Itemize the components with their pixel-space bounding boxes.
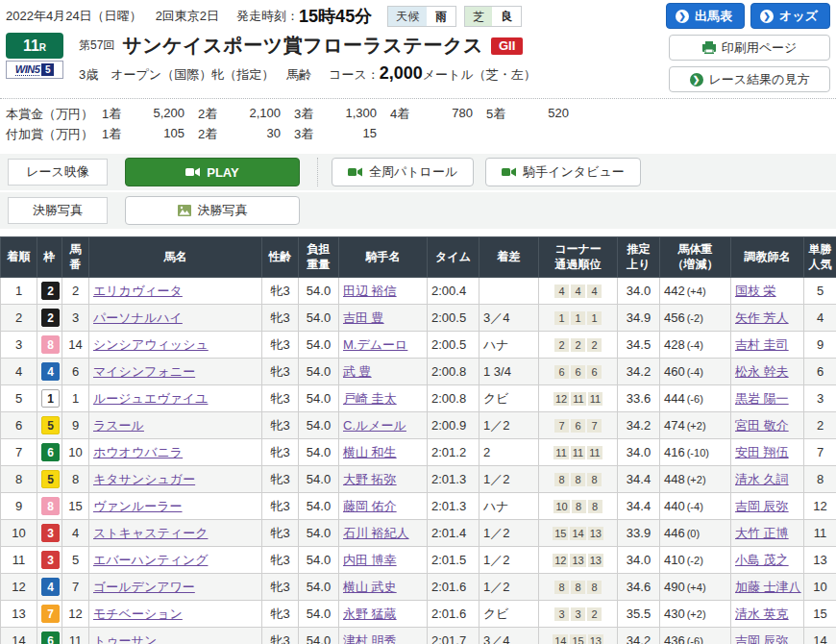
arrow-circle-icon: ❯ (760, 10, 774, 23)
jockey-name-link[interactable]: M.デムーロ (343, 337, 407, 352)
jockey-name-link[interactable]: 横山 武史 (343, 580, 397, 594)
sex-age: 牝3 (262, 332, 299, 359)
patrol-video-button[interactable]: 全周パトロール (332, 158, 474, 186)
jockey-name-link[interactable]: 石川 裕紀人 (343, 526, 409, 540)
prize-place: 5着 (486, 106, 519, 123)
trainer-name-link[interactable]: 安田 翔伍 (735, 445, 789, 459)
results-table-header: 着順枠馬番馬名性齢負担重量騎手名タイム着差コーナー通過順位推定上り馬体重（増減）… (1, 237, 836, 278)
turf-condition-badge: 芝 良 (464, 6, 522, 27)
sex-age: 牝3 (262, 493, 299, 520)
horse-name-link[interactable]: ストキャスティーク (93, 526, 208, 540)
jockey-name-link[interactable]: 津村 明秀 (343, 633, 397, 644)
finish-position: 10 (1, 520, 37, 547)
trainer-cell: 加藤 士津八 (731, 574, 804, 601)
finish-time: 2:01.3 (428, 493, 479, 520)
trainer-name-link[interactable]: 松永 幹夫 (735, 364, 789, 379)
jockey-name-link[interactable]: C.ルメール (343, 418, 406, 433)
jockey-cell: 津村 明秀 (339, 628, 428, 644)
trainer-name-link[interactable]: 黒岩 陽一 (735, 391, 789, 406)
horse-weight-value: 446 (664, 526, 685, 540)
table-row: 122エリカヴィータ牝354.0田辺 裕信2:00.444434.0442(+4… (1, 278, 836, 305)
trainer-cell: 清水 英克 (731, 601, 804, 628)
horse-name-link[interactable]: シンシアウィッシュ (93, 337, 209, 352)
horse-name-link[interactable]: ホウオウバニラ (93, 445, 183, 459)
corner-positions: 767 (539, 412, 618, 439)
trainer-name-link[interactable]: 加藤 士津八 (735, 580, 801, 594)
trainer-name-link[interactable]: 宮田 敬介 (735, 418, 789, 433)
finish-photo-button[interactable]: 決勝写真 (125, 196, 300, 225)
finish-time: 2:00.4 (428, 278, 479, 305)
jockey-interview-button[interactable]: 騎手インタビュー (485, 158, 641, 186)
trainer-name-link[interactable]: 小島 茂之 (735, 553, 789, 567)
corner-position-box: 10 (553, 500, 569, 513)
trainer-name-link[interactable]: 国枝 栄 (735, 284, 776, 298)
trainer-name-link[interactable]: 吉村 圭司 (735, 337, 789, 352)
horse-name-link[interactable]: ヴァンルーラー (93, 499, 183, 513)
corner-position-box: 1 (587, 311, 602, 325)
jockey-name-link[interactable]: 田辺 裕信 (343, 284, 397, 298)
jockey-name-link[interactable]: 永野 猛蔵 (343, 607, 397, 621)
horse-name-link[interactable]: モチベーション (93, 607, 183, 621)
trainer-name-link[interactable]: 清水 英克 (735, 607, 789, 621)
corner-positions: 666 (539, 359, 618, 385)
jockey-name-link[interactable]: 吉田 豊 (343, 310, 384, 325)
turf-label: 芝 (465, 7, 492, 26)
entries-button[interactable]: ❯ 出馬表 (666, 3, 745, 29)
win-popularity: 9 (804, 332, 836, 359)
jockey-name-link[interactable]: 内田 博幸 (343, 553, 397, 567)
corner-position-box: 13 (588, 554, 603, 567)
sex-age: 牝3 (262, 520, 299, 547)
horse-name-link[interactable]: マイシンフォニー (93, 364, 195, 379)
trainer-name-link[interactable]: 吉岡 辰弥 (735, 633, 789, 644)
bracket-badge: 6 (41, 443, 60, 461)
corner-positions: 111 (539, 305, 618, 332)
horse-name-link[interactable]: キタサンシュガー (93, 472, 195, 486)
trainer-cell: 宮田 敬介 (731, 412, 804, 439)
jockey-name-link[interactable]: 武 豊 (343, 364, 372, 379)
odds-button[interactable]: ❯ オッズ (750, 3, 830, 29)
trainer-name-link[interactable]: 矢作 芳人 (735, 310, 789, 325)
trainer-name-link[interactable]: 吉岡 辰弥 (735, 499, 789, 513)
play-button[interactable]: PLAY (125, 158, 300, 186)
finish-photo-label: 決勝写真 (8, 197, 108, 224)
corner-position-box: 14 (570, 527, 585, 540)
finish-position: 11 (1, 547, 37, 574)
jockey-name-link[interactable]: 大野 拓弥 (343, 472, 397, 486)
corner-position-box: 12 (553, 554, 568, 567)
horse-weight-value: 436 (664, 633, 685, 644)
weather-value: 雨 (427, 7, 455, 26)
margin: 1／2 (479, 547, 539, 574)
horse-name-link[interactable]: ラスール (93, 418, 144, 433)
horse-name-link[interactable]: エバーハンティング (93, 553, 208, 567)
carried-weight: 54.0 (299, 601, 339, 628)
finish-position: 12 (1, 574, 37, 601)
horse-name-link[interactable]: パーソナルハイ (93, 310, 183, 325)
trainer-name-link[interactable]: 清水 久詞 (735, 472, 789, 486)
finish-position: 1 (1, 278, 37, 305)
horse-name-link[interactable]: ルージュエヴァイユ (93, 391, 208, 406)
race-edition: 第57回 (79, 37, 114, 54)
trainer-name-link[interactable]: 大竹 正博 (735, 526, 789, 540)
prize-section: 本賞金（万円） 1着5,2002着2,1003着1,3004着7805着520 … (0, 99, 836, 152)
horse-name-link[interactable]: エリカヴィータ (93, 284, 183, 298)
prize-amount: 520 (519, 106, 569, 123)
horse-name-cell: マイシンフォニー (89, 359, 262, 385)
horse-weight: 428(-4) (660, 332, 731, 359)
corner-position-box: 7 (587, 419, 602, 433)
sex-age: 牝3 (262, 359, 299, 385)
race-video-strip: レース映像 PLAY 全周パトロール 騎手インタビュー (0, 154, 836, 190)
column-header: 調教師名 (731, 237, 804, 278)
margin: 3／4 (479, 305, 539, 332)
jockey-name-link[interactable]: 戸崎 圭太 (343, 391, 397, 406)
result-guide-button[interactable]: ❯ レース結果の見方 (669, 66, 830, 92)
horse-number: 10 (62, 439, 89, 466)
jockey-name-link[interactable]: 藤岡 佑介 (343, 499, 397, 513)
horse-name-link[interactable]: ゴールデンアワー (93, 580, 195, 594)
finish-position: 14 (1, 628, 37, 644)
horse-name-link[interactable]: トゥーサン (93, 633, 157, 644)
table-row: 13712モチベーション牝354.0永野 猛蔵2:01.6クビ33235.543… (1, 601, 836, 628)
horse-weight-diff: (-6) (687, 393, 703, 405)
jockey-name-link[interactable]: 横山 和生 (343, 445, 397, 459)
print-page-button[interactable]: 印刷用ページ (669, 35, 830, 61)
last-3f-time: 34.2 (618, 628, 660, 644)
